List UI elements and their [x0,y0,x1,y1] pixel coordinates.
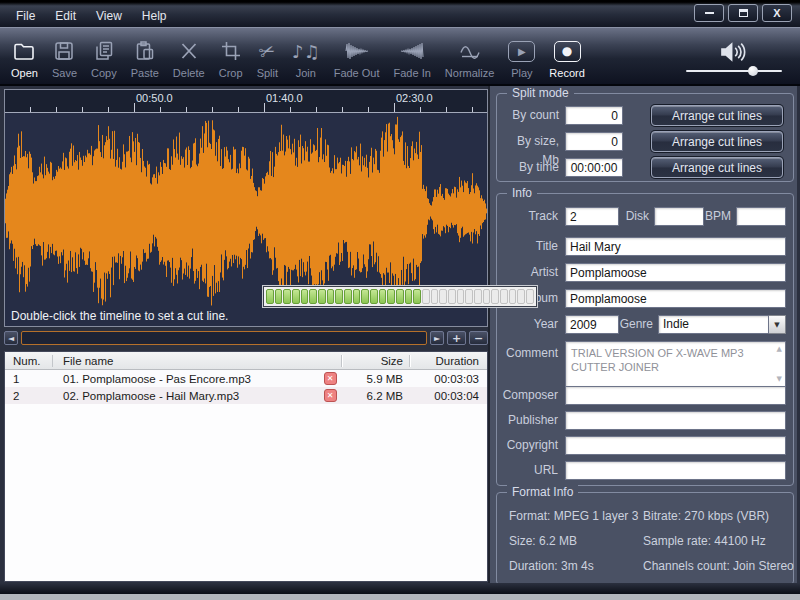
progress-segment [517,289,525,304]
menu-file[interactable]: File [8,7,43,25]
waveform-display[interactable] [5,113,487,309]
progress-segment [396,289,404,304]
table-row[interactable]: 2 02. Pomplamoose - Hail Mary.mp3 ✕ 6.2 … [5,387,487,404]
column-header-size[interactable]: Size [341,355,409,367]
url-input[interactable] [565,461,786,480]
toolbar-button-paste[interactable]: Paste [124,28,166,84]
bpm-input[interactable] [736,207,786,226]
sample-rate-value: Sample rate: 44100 Hz [643,534,766,548]
artist-input[interactable] [565,263,786,282]
scroll-down-arrow-icon[interactable]: ▼ [777,375,782,383]
toolbar-button-join[interactable]: ♪♫ Join [285,28,327,84]
paste-icon [133,36,157,66]
scroll-up-arrow-icon[interactable]: ▲ [777,345,782,353]
copy-icon [92,36,116,66]
timeline-ruler[interactable]: 00:50.0 01:40.0 02:30.0 [5,90,487,113]
toolbar-spacer [592,28,686,84]
publisher-input[interactable] [565,411,786,430]
right-panel: Split mode By count Arrange cut lines By… [488,86,797,594]
scrollbar-thumb[interactable] [21,331,427,345]
column-header-duration[interactable]: Duration [409,355,487,367]
copyright-input[interactable] [565,436,786,455]
menu-view[interactable]: View [88,7,130,25]
record-icon: ● [554,36,581,66]
by-size-input[interactable] [565,132,623,151]
comment-textarea[interactable]: TRIAL VERSION OF X-WAVE MP3 CUTTER JOINE… [565,341,786,387]
menu-bar: File Edit View Help [8,7,175,25]
open-folder-icon [11,36,37,66]
toolbar-button-split[interactable]: ✂ Split [250,28,285,84]
toolbar-button-open[interactable]: Open [4,28,45,84]
progress-segment [413,289,421,304]
waveform-canvas[interactable] [5,113,487,309]
delete-file-icon[interactable]: ✕ [324,389,337,402]
app-window: File Edit View Help X Open Save Copy [0,0,800,594]
by-count-label: By count [499,106,559,125]
normalize-wave-icon [457,36,483,66]
toolbar: Open Save Copy Paste Delete Crop [0,27,800,86]
split-mode-group: Split mode By count Arrange cut lines By… [496,93,794,182]
arrange-cut-lines-by-time-button[interactable]: Arrange cut lines [651,157,783,178]
progress-segment [457,289,465,304]
progress-segment [327,289,335,304]
table-row[interactable]: 1 01. Pomplamoose - Pas Encore.mp3 ✕ 5.9… [5,370,487,387]
progress-segment [318,289,326,304]
year-input[interactable] [565,315,619,334]
composer-input[interactable] [565,386,786,405]
track-input[interactable] [565,207,619,226]
scissors-icon: ✂ [255,34,280,68]
volume-slider[interactable] [686,70,782,72]
split-mode-title: Split mode [507,86,574,100]
progress-segment [266,289,274,304]
album-input[interactable] [565,289,786,308]
timeline-hint-text: Double-click the timeline to set a cut l… [5,309,487,326]
timeline-tick [394,103,395,112]
toolbar-button-play[interactable]: ▶ Play [501,28,542,84]
column-header-filename[interactable]: File name [53,355,319,367]
menu-help[interactable]: Help [134,7,175,25]
genre-dropdown[interactable]: Indie ▼ [658,315,786,334]
window-controls: X [694,4,792,22]
toolbar-button-fade-out[interactable]: Fade Out [327,28,387,84]
timeline-tick [238,107,239,112]
toolbar-button-copy[interactable]: Copy [84,28,124,84]
format-info-group: Format Info Format: MPEG 1 layer 3 Bitra… [496,492,794,585]
fade-out-wave-icon [344,36,370,66]
timeline-tick [186,107,187,112]
zoom-out-button[interactable]: − [469,331,488,345]
toolbar-button-crop[interactable]: Crop [212,28,250,84]
size-value: Size: 6.2 MB [509,534,577,548]
delete-file-icon[interactable]: ✕ [324,372,337,385]
toolbar-button-delete[interactable]: Delete [166,28,212,84]
zoom-in-button[interactable]: + [447,331,466,345]
title-input[interactable] [565,237,786,256]
scroll-right-arrow-icon[interactable]: ► [430,331,444,345]
arrange-cut-lines-by-size-button[interactable]: Arrange cut lines [651,131,783,152]
column-header-num[interactable]: Num. [5,355,53,367]
comment-label: Comment [499,344,558,363]
close-button[interactable]: X [762,4,792,22]
toolbar-button-save[interactable]: Save [45,28,84,84]
minimize-button[interactable] [694,4,724,22]
volume-slider-knob[interactable] [748,66,758,76]
file-table-header: Num. File name Size Duration [5,352,487,370]
toolbar-button-normalize[interactable]: Normalize [438,28,502,84]
title-bar: File Edit View Help X [0,0,800,27]
scroll-left-arrow-icon[interactable]: ◄ [4,331,18,345]
arrange-cut-lines-by-count-button[interactable]: Arrange cut lines [651,105,783,126]
toolbar-button-fade-in[interactable]: Fade In [387,28,438,84]
chevron-down-icon[interactable]: ▼ [769,315,786,334]
progress-segment [465,289,473,304]
menu-edit[interactable]: Edit [47,7,84,25]
save-floppy-icon [52,36,76,66]
progress-segment [344,289,352,304]
maximize-button[interactable] [728,4,758,22]
by-time-input[interactable] [565,158,623,177]
play-icon: ▶ [508,36,535,66]
duration-value: Duration: 3m 4s [509,559,594,573]
toolbar-button-record[interactable]: ● Record [542,28,591,84]
by-count-input[interactable] [565,106,623,125]
publisher-label: Publisher [499,411,558,430]
disk-input[interactable] [654,207,704,226]
genre-value[interactable]: Indie [658,315,769,334]
